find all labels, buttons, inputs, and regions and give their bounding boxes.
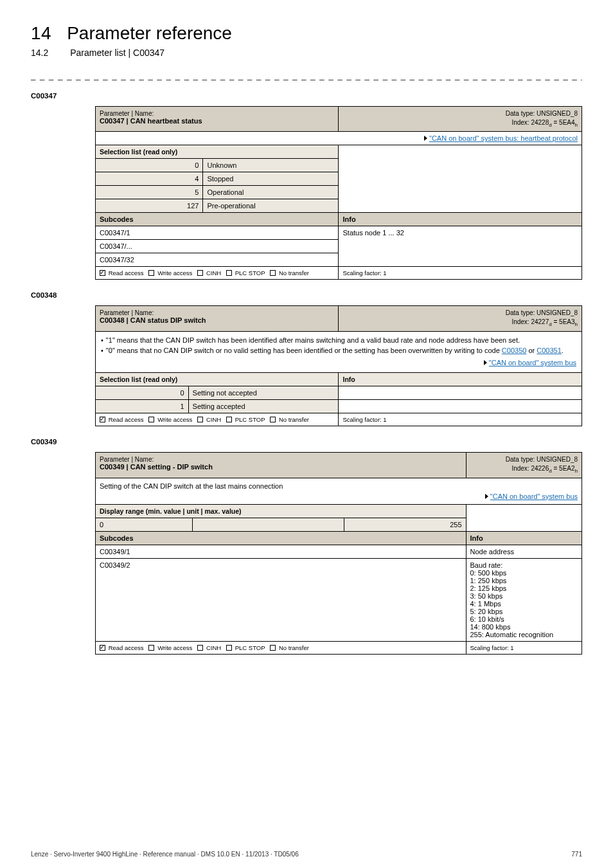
- system-bus-link[interactable]: "CAN on board" system bus: [490, 493, 578, 500]
- checkbox-icon: [226, 645, 232, 651]
- range-max: 255: [344, 518, 466, 531]
- param-name-label: Parameter | Name:: [100, 110, 154, 117]
- bullet-item: "1" means that the CAN DIP switch has be…: [101, 336, 576, 346]
- selection-list-label: Selection list (read only): [96, 145, 339, 159]
- param-meta-cell: Data type: UNSIGNED_8 Index: 24228d = 5E…: [339, 107, 582, 132]
- param-index-h: h: [575, 122, 578, 128]
- plc-stop-label: PLC STOP: [235, 269, 265, 276]
- scaling-factor-cell: Scaling factor: 1: [339, 267, 582, 280]
- bullet-text-2a: "0" means that no CAN DIP switch or no v…: [106, 347, 502, 354]
- subcode-cell: C00347/...: [96, 240, 339, 253]
- sel-val: Unknown: [203, 159, 339, 172]
- checkbox-icon: [226, 417, 232, 422]
- no-transfer-label: No transfer: [279, 644, 309, 651]
- checkbox-icon: [148, 417, 154, 422]
- sel-num: 0: [96, 159, 203, 172]
- section-title: Parameter list | C00347: [70, 48, 164, 58]
- subcodes-label: Subcodes: [96, 213, 339, 226]
- param-meta-cell: Data type: UNSIGNED_8 Index: 24226d = 5E…: [466, 453, 582, 478]
- sel-num: 0: [96, 386, 189, 400]
- param-name-cell: Parameter | Name: C00349 | CAN setting -…: [96, 453, 466, 478]
- bullet-text-1: "1" means that the CAN DIP switch has be…: [106, 336, 520, 346]
- param-index-eq: = 5EA4: [552, 119, 575, 126]
- checkbox-icon: [197, 645, 203, 651]
- checkbox-icon: [197, 417, 203, 422]
- scaling-factor-cell: Scaling factor: 1: [339, 413, 582, 426]
- subcode-cell: C00347/32: [96, 253, 339, 267]
- sel-num: 5: [96, 186, 203, 199]
- selection-list-text: Selection list (read only): [100, 375, 177, 383]
- cinh-label: CINH: [206, 416, 221, 423]
- checkbox-icon: [270, 270, 276, 276]
- read-access-label: Read access: [109, 416, 144, 423]
- param-heading-c00348: C00348: [31, 291, 582, 299]
- bullet-text-2: "0" means that no CAN DIP switch or no v…: [106, 346, 564, 356]
- checkbox-icon: [148, 270, 154, 276]
- bullet-end: .: [562, 347, 564, 354]
- access-flags-cell: Read access Write access CINH PLC STOP N…: [96, 267, 339, 280]
- access-flags-cell: Read access Write access CINH PLC STOP N…: [96, 413, 339, 426]
- bullet-item: "0" means that no CAN DIP switch or no v…: [101, 346, 576, 356]
- selection-list-label: Selection list (read only): [96, 373, 339, 386]
- checkbox-icon: [270, 645, 276, 651]
- param-index-h: h: [575, 468, 578, 474]
- plc-stop-label: PLC STOP: [235, 644, 265, 651]
- subcode-cell: C00347/1: [96, 226, 339, 240]
- param-name-label: Parameter | Name:: [100, 309, 154, 316]
- range-unit: [193, 518, 344, 531]
- info-label-text: Info: [342, 375, 355, 383]
- subcode-info: Status node 1 ... 32: [339, 226, 582, 267]
- param-name: C00348 | CAN status DIP switch: [100, 316, 206, 324]
- subcode-info: Baud rate: 0: 500 kbps 1: 250 kbps 2: 12…: [466, 558, 582, 641]
- cinh-label: CINH: [206, 644, 221, 651]
- subcode-info: Node address: [466, 545, 582, 558]
- description-cell: "1" means that the CAN DIP switch has be…: [96, 331, 582, 373]
- param-index-h: h: [575, 321, 578, 327]
- param-heading-c00347: C00347: [31, 92, 582, 100]
- param-link-cell: "CAN on board" system bus: heartbeat pro…: [96, 132, 582, 145]
- no-transfer-label: No transfer: [279, 269, 309, 276]
- subcodes-label: Subcodes: [96, 531, 466, 545]
- c00350-link[interactable]: C00350: [502, 347, 527, 354]
- param-index-eq: = 5EA3: [552, 318, 575, 325]
- param-dtype: Data type: UNSIGNED_8: [506, 309, 578, 316]
- checkbox-icon: [270, 417, 276, 422]
- write-access-label: Write access: [157, 269, 192, 276]
- param-name-cell: Parameter | Name: C00347 | CAN heartbeat…: [96, 107, 339, 132]
- write-access-label: Write access: [157, 416, 192, 423]
- sel-val: Stopped: [203, 172, 339, 186]
- checkbox-icon: [226, 270, 232, 276]
- description-cell: Setting of the CAN DIP switch at the las…: [96, 478, 582, 504]
- sel-num: 1: [96, 400, 189, 413]
- checkbox-checked-icon: [100, 645, 105, 651]
- empty-cell: [466, 504, 582, 531]
- section-number: 14.2: [31, 48, 48, 58]
- subcode-cell: C00349/1: [96, 545, 466, 558]
- heartbeat-protocol-link[interactable]: "CAN on board" system bus: heartbeat pro…: [429, 134, 578, 142]
- table-c00348: Parameter | Name: C00348 | CAN status DI…: [95, 305, 582, 426]
- sub-header: 14.2 Parameter list | C00347: [31, 48, 582, 58]
- param-dtype: Data type: UNSIGNED_8: [506, 110, 578, 117]
- plc-stop-label: PLC STOP: [235, 416, 265, 423]
- c00351-link[interactable]: C00351: [537, 347, 562, 354]
- sel-num: 127: [96, 199, 203, 213]
- selection-list-text: Selection list (read only): [100, 148, 177, 156]
- info-label: Info: [466, 531, 582, 545]
- empty-cell: [339, 145, 582, 159]
- empty-cell: [339, 386, 582, 400]
- read-access-label: Read access: [109, 644, 144, 651]
- triangle-icon: [484, 360, 487, 365]
- param-dtype: Data type: UNSIGNED_8: [506, 456, 578, 463]
- table-c00347: Parameter | Name: C00347 | CAN heartbeat…: [95, 106, 582, 280]
- triangle-icon: [424, 136, 427, 141]
- checkbox-icon: [148, 645, 154, 651]
- sel-num: 4: [96, 172, 203, 186]
- read-access-label: Read access: [109, 269, 144, 276]
- system-bus-link[interactable]: "CAN on board" system bus: [489, 359, 576, 366]
- empty-cell: [339, 400, 582, 413]
- param-name: C00349 | CAN setting - DIP switch: [100, 463, 213, 471]
- checkbox-icon: [197, 270, 203, 276]
- description-text: Setting of the CAN DIP switch at the las…: [100, 482, 283, 490]
- checkbox-checked-icon: [100, 270, 105, 276]
- param-name-cell: Parameter | Name: C00348 | CAN status DI…: [96, 306, 339, 331]
